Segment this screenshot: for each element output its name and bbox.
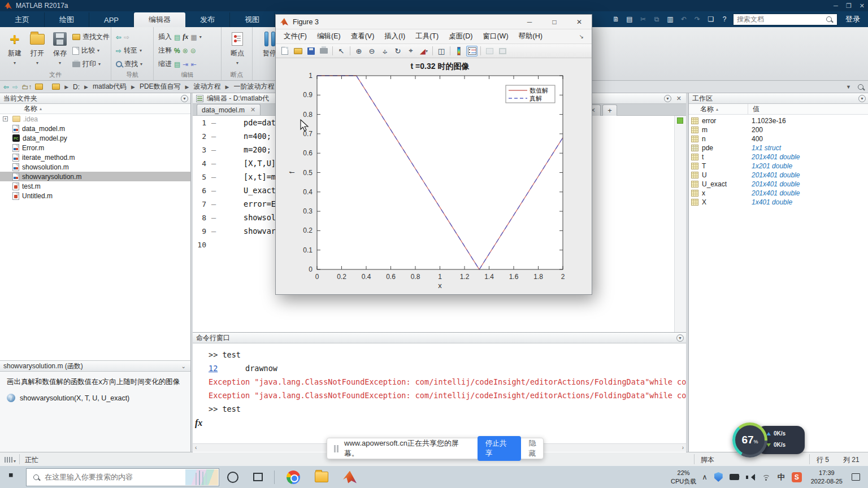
breadcrumb-3[interactable]: 波动方程	[194, 82, 221, 91]
file-row-selected[interactable]: showvarysolution.m	[0, 172, 190, 181]
open-button[interactable]: 打开▾	[26, 30, 49, 66]
minimize-icon[interactable]: ─	[834, 2, 838, 9]
tab-apps[interactable]: APP	[89, 12, 134, 27]
file-row[interactable]: test.m	[0, 181, 190, 191]
expand-icon[interactable]: +	[3, 116, 8, 121]
insert-legend-icon[interactable]	[466, 46, 478, 56]
cortana-icon[interactable]	[227, 472, 238, 483]
scroll-right-icon[interactable]: ›	[682, 445, 684, 451]
new-figure-icon[interactable]	[279, 46, 290, 56]
taskbar-search-box[interactable]	[26, 468, 219, 486]
workspace-var-row[interactable]: T1x201 double	[689, 162, 868, 171]
maximize-icon[interactable]: ❐	[846, 2, 852, 10]
chrome-icon[interactable]	[287, 470, 300, 484]
address-search-icon[interactable]	[858, 84, 863, 90]
function-signature[interactable]: showvarysolution(X, T, U, U_exact)	[20, 394, 129, 402]
menu-desktop[interactable]: 桌面(D)	[444, 32, 477, 41]
new-button[interactable]: + 新建▾	[3, 30, 26, 66]
figure-axes-area[interactable]: 00.20.40.60.811.21.41.61.8200.10.20.30.4…	[276, 58, 592, 295]
menu-overflow-icon[interactable]: ↘	[575, 33, 588, 40]
workspace-var-row[interactable]: n400	[689, 134, 868, 143]
workspace-var-row[interactable]: pde1x1 struct	[689, 143, 868, 152]
print-button[interactable]: 打印▾	[72, 59, 101, 69]
stop-sharing-button[interactable]: 停止共享	[478, 436, 521, 461]
panel-menu-icon[interactable]: ▼	[181, 95, 188, 102]
sogou-icon[interactable]: S	[792, 472, 802, 482]
action-center-icon[interactable]	[852, 473, 860, 481]
cut-icon[interactable]: ✂	[638, 15, 648, 24]
menu-insert[interactable]: 插入(I)	[380, 32, 410, 41]
zoom-out-icon[interactable]: ⊖	[366, 46, 377, 56]
workspace-var-row[interactable]: t201x401 double	[689, 152, 868, 162]
address-dropdown-icon[interactable]: ▼	[846, 84, 851, 90]
panel-menu-icon[interactable]: ▼	[676, 334, 684, 342]
switch-window-icon[interactable]: ❏	[706, 15, 716, 24]
breadcrumb-drive[interactable]: D:	[73, 83, 80, 91]
file-row[interactable]: Error.m	[0, 143, 190, 152]
figure-titlebar[interactable]: Figure 3 ─ □ ✕	[276, 15, 592, 29]
name-column-header[interactable]: 名称▴	[0, 104, 190, 114]
breakpoints-button[interactable]: 断点▾	[226, 30, 249, 66]
file-details-header[interactable]: showvarysolution.m (函数) ⌄	[0, 361, 190, 372]
nav-forward-icon[interactable]: ⇨	[12, 83, 18, 91]
hide-plot-tools-icon[interactable]	[484, 46, 495, 56]
file-explorer-icon[interactable]	[315, 472, 328, 482]
file-row[interactable]: + .idea	[0, 114, 190, 124]
tab-editor[interactable]: 编辑器	[134, 12, 185, 27]
workspace-var-row[interactable]: m200	[689, 125, 868, 134]
collapse-icon[interactable]: ⌄	[181, 363, 186, 369]
zoom-in-icon[interactable]: ⊕	[353, 46, 364, 56]
comment-button[interactable]: 注释 % ⊗ ⊜	[158, 45, 196, 56]
file-row[interactable]: data_model.m	[0, 124, 190, 133]
rotate-3d-icon[interactable]: ↻	[392, 46, 403, 56]
menu-tools[interactable]: 工具(T)	[411, 32, 443, 41]
browse-folder-icon[interactable]	[35, 84, 43, 90]
task-view-icon[interactable]	[253, 473, 263, 481]
new-tab-button[interactable]: +	[602, 104, 617, 116]
tab-publish[interactable]: 发布	[185, 12, 230, 27]
link-plot-icon[interactable]: ◫	[436, 46, 447, 56]
insert-colorbar-icon[interactable]	[453, 46, 465, 56]
pan-icon[interactable]: ↔↕	[379, 46, 390, 56]
nav-back-icon[interactable]: ⇦	[3, 83, 9, 91]
save-figure-icon[interactable]	[305, 46, 316, 56]
doc-search-icon[interactable]	[826, 16, 832, 22]
save-button[interactable]: 保存▾	[49, 30, 71, 66]
edit-plot-icon[interactable]: ↖	[336, 46, 347, 56]
copy-icon[interactable]: ⧉	[652, 15, 662, 24]
indent-button[interactable]: 缩进 ▤ ⇥ ⇤	[158, 59, 196, 69]
figure-close-icon[interactable]: ✕	[567, 15, 592, 29]
file-row[interactable]: iterate_method.m	[0, 152, 190, 162]
open-file-icon[interactable]	[292, 46, 303, 56]
workspace-var-row[interactable]: U_exact201x401 double	[689, 180, 868, 189]
data-cursor-icon[interactable]: ⌖	[405, 46, 416, 56]
wifi-icon[interactable]	[762, 474, 771, 481]
menu-file[interactable]: 文件(F)	[279, 32, 311, 41]
menu-view[interactable]: 查看(V)	[346, 32, 379, 41]
figure-minimize-icon[interactable]: ─	[517, 15, 542, 29]
panel-menu-icon[interactable]: ▼	[858, 95, 866, 102]
tab-plots[interactable]: 绘图	[45, 12, 89, 27]
figure-maximize-icon[interactable]: □	[542, 15, 567, 29]
tab-close-icon[interactable]: ✕	[250, 106, 255, 114]
help-icon[interactable]: ?	[719, 15, 730, 24]
line-number-link[interactable]: 12	[209, 364, 218, 373]
workspace-column-headers[interactable]: 名称▴ 值	[689, 104, 868, 115]
ime-indicator[interactable]: 中	[778, 472, 785, 482]
start-button-icon[interactable]	[9, 473, 17, 481]
find-button[interactable]: 查找▾	[116, 59, 142, 69]
tray-expand-icon[interactable]: ∧	[702, 473, 708, 481]
editor-menu-icon[interactable]: ▼	[664, 95, 671, 102]
new-script-icon[interactable]: 🗎	[611, 15, 621, 24]
matlab-taskbar-icon[interactable]	[343, 471, 357, 483]
workspace-var-row[interactable]: x201x401 double	[689, 189, 868, 198]
editor-close-icon[interactable]: ✕	[676, 95, 682, 102]
tab-view[interactable]: 视图	[230, 12, 275, 27]
save-icon[interactable]: ▤	[624, 15, 635, 24]
show-plot-tools-icon[interactable]	[497, 46, 508, 56]
signin-button[interactable]: 登录	[841, 14, 865, 24]
cpu-ring-gauge[interactable]: 67 %	[732, 422, 767, 457]
breadcrumb-1[interactable]: matlab代码	[93, 82, 127, 91]
back-icon[interactable]: ⇦	[116, 33, 121, 41]
performance-widget[interactable]: 0K/s 0K/s 67 %	[732, 422, 806, 457]
